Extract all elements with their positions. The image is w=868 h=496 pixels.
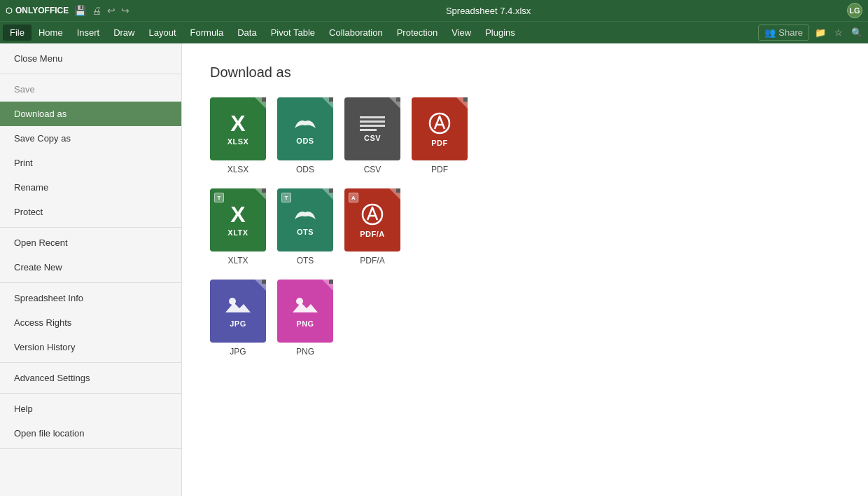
sidebar-item-advanced-settings[interactable]: Advanced Settings xyxy=(0,366,181,390)
menu-item-layout[interactable]: Layout xyxy=(142,25,183,41)
sidebar-item-access-rights[interactable]: Access Rights xyxy=(0,310,181,335)
menu-item-view[interactable]: View xyxy=(444,25,478,41)
png-label: PNG xyxy=(296,319,314,328)
sidebar-item-help[interactable]: Help xyxy=(0,397,181,421)
menu-item-data[interactable]: Data xyxy=(230,25,263,41)
undo-icon[interactable]: ↩ xyxy=(107,5,115,16)
save-icon[interactable]: 💾 xyxy=(74,5,86,16)
format-card-xlsx[interactable]: X XLSX XLSX xyxy=(210,97,266,174)
print-icon[interactable]: 🖨 xyxy=(92,5,102,16)
png-image-icon xyxy=(291,294,319,317)
sidebar-section-help: Help Open file location xyxy=(0,394,181,449)
pdf-acrobat-icon xyxy=(427,111,452,136)
pdfa-name: PDF/A xyxy=(360,256,384,266)
sidebar-item-save-copy-as[interactable]: Save Copy as xyxy=(0,126,181,151)
sidebar-item-open-recent[interactable]: Open Recent xyxy=(0,230,181,255)
format-card-csv[interactable]: CSV CSV xyxy=(344,97,400,174)
format-card-xltx[interactable]: T X XLTX XLTX xyxy=(210,188,266,266)
sidebar-item-close-menu[interactable]: Close Menu xyxy=(0,46,181,71)
sidebar-item-print[interactable]: Print xyxy=(0,151,181,175)
fold-corner-xltx xyxy=(255,188,266,200)
ots-label: OTS xyxy=(297,228,314,236)
sidebar-item-version-history[interactable]: Version History xyxy=(0,335,181,359)
ods-bird-icon xyxy=(291,113,319,134)
file-icon-png: PNG xyxy=(277,280,333,343)
file-icon-xltx: T X XLTX xyxy=(210,188,266,252)
pdfa-acrobat-icon xyxy=(360,202,385,227)
menu-item-draw[interactable]: Draw xyxy=(106,25,141,41)
menu-item-home[interactable]: Home xyxy=(31,25,70,41)
file-icon-jpg: JPG xyxy=(210,280,266,343)
xltx-name: XLTX xyxy=(227,256,248,266)
menu-item-collaboration[interactable]: Collaboration xyxy=(322,25,390,41)
sidebar-section-recent: Open Recent Create New xyxy=(0,228,181,283)
menu-item-protection[interactable]: Protection xyxy=(390,25,445,41)
sidebar-item-rename[interactable]: Rename xyxy=(0,175,181,200)
folder-icon[interactable]: 📁 xyxy=(812,25,829,41)
sidebar-item-spreadsheet-info[interactable]: Spreadsheet Info xyxy=(0,286,181,310)
sidebar-item-protect[interactable]: Protect xyxy=(0,200,181,224)
jpg-image-icon xyxy=(224,294,252,317)
jpg-name: JPG xyxy=(230,347,246,357)
menu-bar-right: 👥 Share 📁 ☆ 🔍 xyxy=(758,25,865,41)
format-card-jpg[interactable]: JPG JPG xyxy=(210,280,266,357)
menu-item-pivot[interactable]: Pivot Table xyxy=(264,25,322,41)
sidebar-section-top: Close Menu xyxy=(0,43,181,74)
format-card-ots[interactable]: T OTS OTS xyxy=(277,188,333,266)
format-grid-row3: JPG JPG PNG PNG xyxy=(210,280,840,364)
menu-item-file[interactable]: File xyxy=(3,25,31,41)
menu-item-formula[interactable]: Formula xyxy=(183,25,231,41)
file-icon-csv: CSV xyxy=(344,97,400,160)
menu-item-insert[interactable]: Insert xyxy=(70,25,107,41)
file-icon-ots: T OTS xyxy=(277,188,333,252)
ots-bird-icon xyxy=(291,204,319,225)
main-content: Download as X XLSX XLSX xyxy=(182,43,868,496)
csv-lines xyxy=(360,116,385,131)
fold-corner-jpg xyxy=(255,280,266,291)
csv-line-1 xyxy=(360,116,385,118)
fold-corner-ods xyxy=(322,97,333,109)
fold-corner xyxy=(255,97,266,109)
xltx-badge: T xyxy=(214,193,224,202)
file-title: Spreadsheet 7.4.xlsx xyxy=(446,6,531,16)
app-logo: ⬡ ONLYOFFICE xyxy=(6,6,69,15)
pdfa-label: PDF/A xyxy=(360,230,385,238)
ods-label: ODS xyxy=(296,137,314,145)
xltx-symbol: X xyxy=(230,203,245,226)
sidebar-item-save[interactable]: Save xyxy=(0,77,181,102)
share-label: Share xyxy=(778,27,803,38)
logo-icon: ⬡ xyxy=(6,6,13,15)
pdfa-badge: A xyxy=(349,193,358,202)
csv-line-4 xyxy=(360,129,377,131)
sidebar: Close Menu Save Download as Save Copy as… xyxy=(0,43,182,496)
xltx-label: XLTX xyxy=(227,228,248,237)
ots-badge: T xyxy=(281,193,291,202)
csv-label: CSV xyxy=(364,134,381,142)
csv-line-2 xyxy=(360,120,385,123)
csv-name: CSV xyxy=(364,165,382,174)
format-card-ods[interactable]: ODS ODS xyxy=(277,97,333,174)
format-card-png[interactable]: PNG PNG xyxy=(277,280,333,357)
redo-icon[interactable]: ↪ xyxy=(121,5,130,16)
format-card-pdfa[interactable]: A PDF/A PDF/A xyxy=(344,188,400,266)
sidebar-item-download-as[interactable]: Download as xyxy=(0,102,181,126)
format-grid-row2: T X XLTX XLTX T OTS OTS xyxy=(210,188,840,273)
xlsx-name: XLSX xyxy=(227,165,249,174)
sidebar-item-open-file-location[interactable]: Open file location xyxy=(0,421,181,446)
share-button[interactable]: 👥 Share xyxy=(758,25,809,41)
csv-line-3 xyxy=(360,125,385,127)
bookmark-icon[interactable]: ☆ xyxy=(832,25,846,41)
format-card-pdf[interactable]: PDF PDF xyxy=(412,97,468,174)
menu-item-plugins[interactable]: Plugins xyxy=(478,25,522,41)
sidebar-section-info: Spreadsheet Info Access Rights Version H… xyxy=(0,283,181,363)
fold-corner-png xyxy=(322,280,333,291)
format-grid: X XLSX XLSX ODS ODS xyxy=(210,97,840,181)
xlsx-label: XLSX xyxy=(227,137,249,146)
pdf-label: PDF xyxy=(431,139,448,147)
sidebar-item-create-new[interactable]: Create New xyxy=(0,255,181,280)
search-icon[interactable]: 🔍 xyxy=(848,25,865,41)
title-bar: ⬡ ONLYOFFICE 💾 🖨 ↩ ↪ Spreadsheet 7.4.xls… xyxy=(0,0,868,21)
section-title: Download as xyxy=(210,64,840,81)
menu-bar: File Home Insert Draw Layout Formula Dat… xyxy=(0,21,868,43)
fold-corner-pdfa xyxy=(389,188,400,200)
